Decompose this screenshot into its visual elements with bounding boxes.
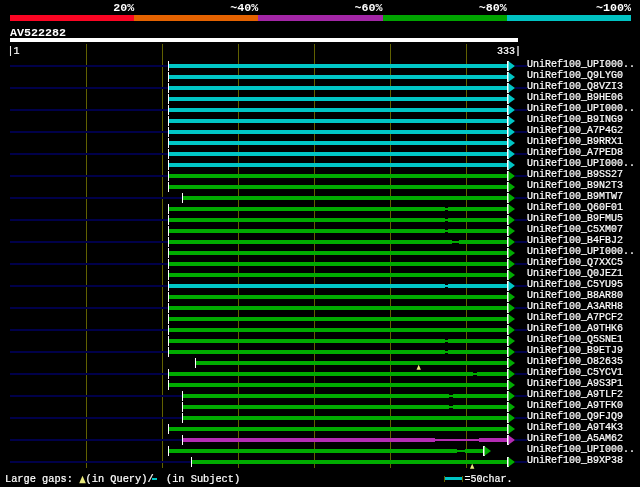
svg-text:UniRef100_O82635: UniRef100_O82635	[527, 356, 623, 367]
svg-text:UniRef100_A5AM62: UniRef100_A5AM62	[527, 433, 623, 444]
svg-text:UniRef100_Q8VZI3: UniRef100_Q8VZI3	[527, 81, 623, 92]
svg-text:UniRef100_Q9LYG0: UniRef100_Q9LYG0	[527, 70, 623, 81]
svg-text:UniRef100_C5XM07: UniRef100_C5XM07	[527, 224, 623, 235]
svg-text:UniRef100_A9S3P1: UniRef100_A9S3P1	[527, 378, 623, 389]
svg-text:UniRef100_B9N2T3: UniRef100_B9N2T3	[527, 180, 623, 191]
svg-text:UniRef100_Q7XXC5: UniRef100_Q7XXC5	[527, 257, 623, 268]
svg-text:UniRef100_C5YCV1: UniRef100_C5YCV1	[527, 367, 623, 378]
svg-text:UniRef100_UPI000..: UniRef100_UPI000..	[527, 59, 635, 70]
svg-text:UniRef100_B9HE06: UniRef100_B9HE06	[527, 92, 623, 103]
svg-text:UniRef100_A9TLF2: UniRef100_A9TLF2	[527, 389, 623, 400]
svg-text:~100%: ~100%	[596, 1, 632, 15]
svg-text:20%: 20%	[113, 1, 135, 15]
svg-text:UniRef100_B9FMU5: UniRef100_B9FMU5	[527, 213, 623, 224]
svg-text:=50char.: =50char.	[465, 474, 513, 485]
svg-text:UniRef100_B9ETJ9: UniRef100_B9ETJ9	[527, 345, 623, 356]
svg-text:UniRef100_C5YU95: UniRef100_C5YU95	[527, 279, 623, 290]
svg-text:UniRef100_B4FBJ2: UniRef100_B4FBJ2	[527, 235, 623, 246]
svg-text:UniRef100_Q0JEZ1: UniRef100_Q0JEZ1	[527, 268, 623, 279]
svg-text:UniRef100_UPI000..: UniRef100_UPI000..	[527, 103, 635, 114]
svg-text:UniRef100_UPI000..: UniRef100_UPI000..	[527, 158, 635, 169]
svg-text:UniRef100_A9T4K3: UniRef100_A9T4K3	[527, 422, 623, 433]
svg-text:UniRef100_B8AR80: UniRef100_B8AR80	[527, 290, 623, 301]
svg-text:UniRef100_Q9FJQ9: UniRef100_Q9FJQ9	[527, 411, 623, 422]
svg-text:~80%: ~80%	[479, 1, 508, 15]
svg-text:~40%: ~40%	[230, 1, 259, 15]
svg-text:UniRef100_A7PED8: UniRef100_A7PED8	[527, 147, 623, 158]
svg-text:UniRef100_A9TFK0: UniRef100_A9TFK0	[527, 400, 623, 411]
svg-text:|1: |1	[8, 46, 20, 57]
svg-text:UniRef100_A7P4G2: UniRef100_A7P4G2	[527, 125, 623, 136]
svg-text:Large gaps:: Large gaps:	[5, 473, 73, 485]
svg-text:UniRef100_A3ARH8: UniRef100_A3ARH8	[527, 301, 623, 312]
svg-text:(in Subject): (in Subject)	[166, 473, 240, 485]
svg-text:UniRef100_UPI000..: UniRef100_UPI000..	[527, 444, 635, 455]
svg-text:UniRef100_Q5SNE1: UniRef100_Q5SNE1	[527, 334, 623, 345]
svg-text:UniRef100_B9ING9: UniRef100_B9ING9	[527, 114, 623, 125]
svg-text:UniRef100_B9SS27: UniRef100_B9SS27	[527, 169, 623, 180]
svg-text:UniRef100_UPI000..: UniRef100_UPI000..	[527, 246, 635, 257]
svg-text:UniRef100_B9RRX1: UniRef100_B9RRX1	[527, 136, 623, 147]
svg-text:UniRef100_A7PCF2: UniRef100_A7PCF2	[527, 312, 623, 323]
svg-text:UniRef100_B9XP38: UniRef100_B9XP38	[527, 455, 623, 466]
svg-text:(in Query)/: (in Query)/	[86, 473, 154, 485]
svg-text:333|: 333|	[497, 46, 521, 57]
svg-text:~60%: ~60%	[355, 1, 384, 15]
svg-text:UniRef100_B9MTW7: UniRef100_B9MTW7	[527, 191, 623, 202]
svg-text:AV522282: AV522282	[10, 26, 66, 40]
svg-text:UniRef100_A9THK6: UniRef100_A9THK6	[527, 323, 623, 334]
svg-text:UniRef100_Q60F01: UniRef100_Q60F01	[527, 202, 623, 213]
